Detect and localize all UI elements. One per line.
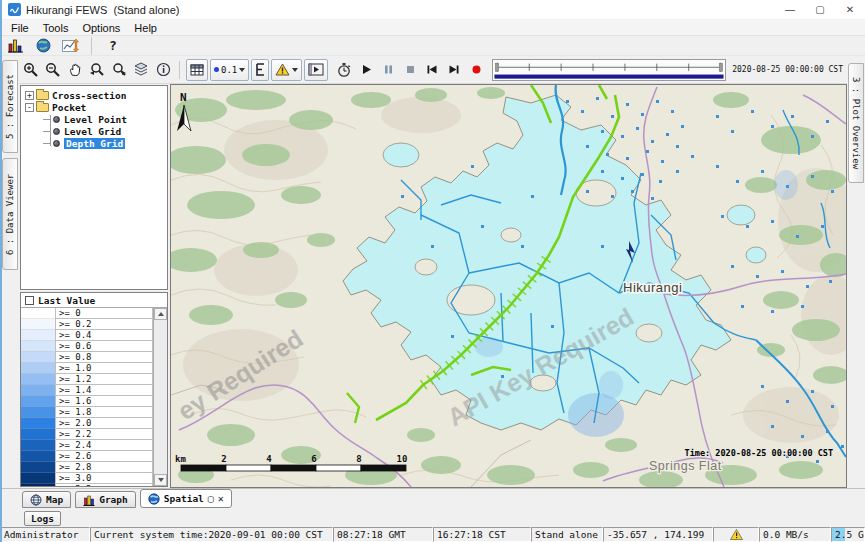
tab-map[interactable]: Map (22, 491, 71, 508)
pause-button[interactable] (378, 60, 398, 80)
scroll-down-button[interactable] (154, 474, 167, 486)
legend-row[interactable]: >= 1.6 (21, 396, 153, 407)
legend-row[interactable]: >= 1.8 (21, 407, 153, 418)
globe-icon (148, 493, 160, 505)
legend-scrollbar[interactable] (153, 308, 167, 486)
legend-row[interactable]: >= 0.8 (21, 352, 153, 363)
expand-icon[interactable]: + (25, 91, 34, 100)
tab-spatial[interactable]: Spatial ▢ ✕ (140, 489, 232, 508)
record-button[interactable] (466, 60, 486, 80)
zoom-next-icon[interactable] (109, 60, 129, 80)
time-slider[interactable] (492, 59, 726, 81)
legend-row[interactable]: >= 3.0 (21, 473, 153, 484)
timeseries-chart-icon[interactable] (60, 36, 80, 56)
color-swatch (21, 374, 55, 385)
folder-icon (36, 103, 49, 112)
main-toolbar: ? (0, 36, 865, 56)
legend-row[interactable]: >= 2.4 (21, 440, 153, 451)
layer-bullet-icon (53, 128, 60, 135)
maximize-tab-icon[interactable]: ▢ (208, 494, 214, 504)
tab-plot-overview[interactable]: 3 : Plot Overview (848, 63, 864, 183)
logs-row: Logs (0, 509, 865, 527)
zoom-in-icon[interactable] (21, 60, 41, 80)
legend-row[interactable]: >= 0 (21, 308, 153, 319)
collapse-icon[interactable]: - (25, 103, 34, 112)
legend-row[interactable]: >= 0.6 (21, 341, 153, 352)
globe-icon[interactable] (33, 36, 53, 56)
info-icon[interactable] (153, 60, 173, 80)
tree-node-level-grid[interactable]: Level Grid (21, 125, 167, 137)
legend-row[interactable]: >= 2.2 (21, 429, 153, 440)
contour-interval-dropdown[interactable]: 0.1 (210, 59, 249, 81)
interval-value: 0.1 (221, 65, 237, 75)
right-tab-strip: 3 : Plot Overview (847, 56, 865, 488)
last-value-checkbox[interactable] (25, 296, 34, 305)
color-swatch (21, 418, 55, 429)
tab-graph[interactable]: Graph (75, 491, 136, 508)
close-tab-icon[interactable]: ✕ (218, 494, 224, 504)
legend-row[interactable]: >= 0.4 (21, 330, 153, 341)
menu-file[interactable]: File (4, 22, 36, 34)
stop-button[interactable] (400, 60, 420, 80)
tree-node-cross-section[interactable]: + Cross-section (21, 89, 167, 101)
tree-node-depth-grid[interactable]: Depth Grid (21, 137, 167, 149)
town-label: Hikurangi (623, 280, 682, 295)
color-swatch (21, 385, 55, 396)
arrow-up-icon (158, 312, 164, 316)
menu-options[interactable]: Options (75, 22, 127, 34)
animation-player-button[interactable] (304, 59, 328, 81)
play-button[interactable] (356, 60, 376, 80)
help-button[interactable]: ? (103, 36, 123, 56)
legend-row[interactable]: >= 3.2 (21, 484, 153, 486)
close-button[interactable]: ✕ (835, 0, 865, 19)
elevation-legend-button[interactable] (251, 59, 269, 81)
menu-help[interactable]: Help (127, 22, 164, 34)
legend-list: >= 0 >= 0.2 >= 0.4 >= 0.6 >= 0.8 >= 1.0 … (21, 308, 167, 486)
north-label: N (180, 91, 187, 104)
menu-tools[interactable]: Tools (36, 22, 76, 34)
window-title: Hikurangi FEWS (Stand alone) (26, 4, 179, 16)
legend-row[interactable]: >= 2.0 (21, 418, 153, 429)
tab-forecast[interactable]: 5 : Forecast (2, 60, 18, 153)
scroll-up-button[interactable] (154, 308, 167, 320)
status-system-time: Current system time:2020-09-01 00:00 CST (90, 527, 333, 542)
svg-text:8: 8 (356, 454, 361, 464)
status-local-time: 16:27:18 CST (433, 527, 531, 542)
snapshot-timer-icon[interactable] (334, 60, 354, 80)
zoom-out-icon[interactable] (43, 60, 63, 80)
legend-row[interactable]: >= 1.0 (21, 363, 153, 374)
database-chart-icon[interactable] (6, 36, 26, 56)
pan-hand-icon[interactable] (65, 60, 85, 80)
layer-bullet-icon (53, 116, 60, 123)
zoom-previous-icon[interactable] (87, 60, 107, 80)
minimize-button[interactable]: — (775, 0, 805, 19)
maximize-button[interactable]: ▢ (805, 0, 835, 19)
legend-row[interactable]: >= 1.2 (21, 374, 153, 385)
map-canvas[interactable]: ey Required API Key Required Hikurangi S… (170, 84, 847, 488)
svg-text:10: 10 (397, 454, 408, 464)
legend-row[interactable]: >= 2.8 (21, 462, 153, 473)
logs-button[interactable]: Logs (24, 511, 61, 526)
skip-to-start-button[interactable] (422, 60, 442, 80)
tab-data-viewer[interactable]: 6 : Data Viewer (2, 158, 18, 270)
data-viewer-panel: + Cross-section - Pocket Level Point Lev… (19, 84, 169, 488)
color-swatch (21, 341, 55, 352)
status-warning-cell[interactable] (713, 527, 759, 542)
tree-connector (50, 115, 51, 146)
color-swatch (21, 473, 55, 484)
grid-display-button[interactable] (186, 59, 208, 81)
color-swatch (21, 429, 55, 440)
color-swatch (21, 451, 55, 462)
legend-row[interactable]: >= 0.2 (21, 319, 153, 330)
depth-legend: Last Value >= 0 >= 0.2 >= 0.4 >= 0.6 >= … (20, 292, 168, 487)
tree-node-level-point[interactable]: Level Point (21, 113, 167, 125)
legend-row[interactable]: >= 1.4 (21, 385, 153, 396)
warning-threshold-dropdown[interactable] (271, 59, 302, 81)
legend-row[interactable]: >= 2.6 (21, 451, 153, 462)
layers-icon[interactable] (131, 60, 151, 80)
tree-node-pocket[interactable]: - Pocket (21, 101, 167, 113)
color-swatch (21, 440, 55, 451)
skip-to-end-button[interactable] (444, 60, 464, 80)
toolbar-separator (91, 37, 92, 55)
wireframe-globe-icon (30, 494, 42, 506)
